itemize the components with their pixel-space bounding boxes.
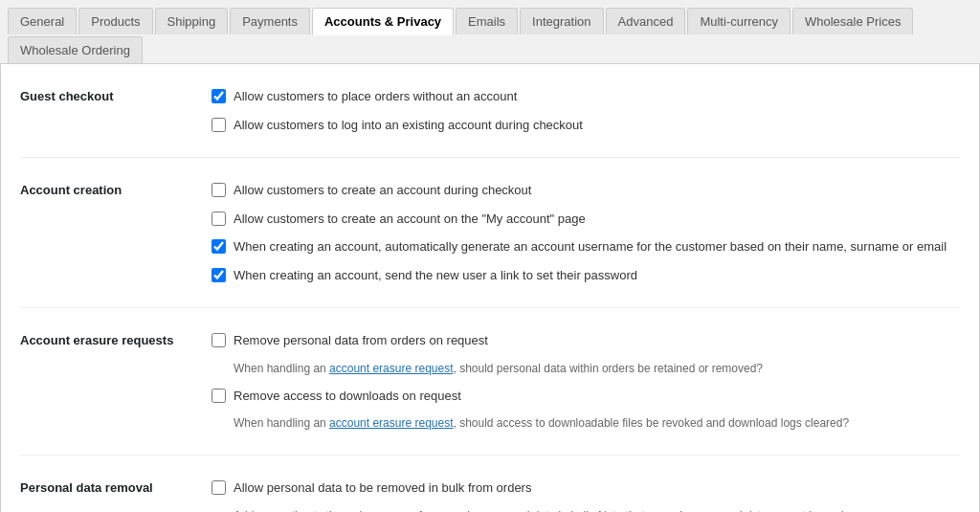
checkbox-create-account-my-account[interactable]	[212, 211, 226, 226]
section-label-guest-checkout: Guest checkout	[20, 87, 212, 134]
erasure-request-link-remove-personal-data-orders[interactable]: account erasure request	[329, 362, 453, 375]
checkbox-label-create-account-my-account: Allow customers to create an account on …	[234, 210, 586, 229]
checkbox-send-password-link[interactable]	[212, 268, 226, 282]
checkbox-label-allow-login-during-checkout: Allow customers to log into an existing …	[234, 116, 583, 135]
checkbox-row-remove-personal-data-orders: Remove personal data from orders on requ…	[212, 331, 960, 350]
checkbox-label-remove-personal-data-orders: Remove personal data from orders on requ…	[234, 331, 488, 350]
tab-payments[interactable]: Payments	[230, 8, 310, 34]
section-content-personal-data-removal: Allow personal data to be removed in bul…	[212, 479, 960, 512]
section-guest-checkout: Guest checkoutAllow customers to place o…	[20, 87, 960, 158]
settings-content: Guest checkoutAllow customers to place o…	[0, 64, 980, 512]
checkbox-row-allow-bulk-removal: Allow personal data to be removed in bul…	[212, 479, 960, 498]
checkbox-label-create-account-checkout: Allow customers to create an account dur…	[234, 181, 531, 200]
section-label-account-creation: Account creation	[20, 181, 212, 284]
section-content-account-creation: Allow customers to create an account dur…	[212, 181, 960, 284]
section-account-erasure: Account erasure requestsRemove personal …	[20, 331, 960, 456]
checkbox-allow-bulk-removal[interactable]	[212, 480, 226, 495]
tab-wholesale-ordering[interactable]: Wholesale Ordering	[8, 36, 143, 63]
checkbox-allow-orders-without-account[interactable]	[212, 89, 226, 103]
checkbox-label-auto-generate-username: When creating an account, automatically …	[234, 237, 947, 256]
helper-text-allow-bulk-removal: Adds an option to the orders screen for …	[234, 507, 960, 513]
section-content-account-erasure: Remove personal data from orders on requ…	[212, 331, 960, 432]
tabs-navigation: GeneralProductsShippingPaymentsAccounts …	[0, 0, 980, 64]
checkbox-label-send-password-link: When creating an account, send the new u…	[234, 266, 637, 285]
section-content-guest-checkout: Allow customers to place orders without …	[212, 87, 960, 134]
tab-advanced[interactable]: Advanced	[606, 8, 686, 34]
tab-products[interactable]: Products	[78, 8, 152, 34]
tab-wholesale-prices[interactable]: Wholesale Prices	[792, 8, 913, 34]
checkbox-row-send-password-link: When creating an account, send the new u…	[212, 266, 960, 285]
tab-shipping[interactable]: Shipping	[155, 8, 229, 34]
checkbox-auto-generate-username[interactable]	[212, 239, 226, 254]
section-account-creation: Account creationAllow customers to creat…	[20, 181, 960, 308]
checkbox-label-remove-access-downloads: Remove access to downloads on request	[234, 387, 461, 406]
checkbox-row-allow-orders-without-account: Allow customers to place orders without …	[212, 87, 960, 106]
checkbox-row-auto-generate-username: When creating an account, automatically …	[212, 237, 960, 256]
checkbox-row-remove-access-downloads: Remove access to downloads on request	[212, 387, 960, 406]
checkbox-label-allow-bulk-removal: Allow personal data to be removed in bul…	[234, 479, 531, 498]
checkbox-row-create-account-checkout: Allow customers to create an account dur…	[212, 181, 960, 200]
tab-emails[interactable]: Emails	[456, 8, 518, 34]
checkbox-remove-access-downloads[interactable]	[212, 389, 226, 403]
section-label-account-erasure: Account erasure requests	[20, 331, 212, 432]
helper-text-remove-access-downloads: When handling an account erasure request…	[234, 414, 960, 432]
checkbox-row-allow-login-during-checkout: Allow customers to log into an existing …	[212, 116, 960, 135]
checkbox-row-create-account-my-account: Allow customers to create an account on …	[212, 210, 960, 229]
section-personal-data-removal: Personal data removalAllow personal data…	[20, 479, 960, 512]
helper-text-remove-personal-data-orders: When handling an account erasure request…	[234, 360, 960, 377]
tab-multi-currency[interactable]: Multi-currency	[687, 8, 791, 34]
checkbox-remove-personal-data-orders[interactable]	[212, 333, 226, 347]
checkbox-label-allow-orders-without-account: Allow customers to place orders without …	[234, 87, 517, 106]
checkbox-allow-login-during-checkout[interactable]	[212, 118, 226, 132]
tab-accounts-privacy[interactable]: Accounts & Privacy	[312, 8, 454, 35]
section-label-personal-data-removal: Personal data removal	[20, 479, 212, 512]
erasure-request-link-remove-access-downloads[interactable]: account erasure request	[329, 416, 453, 430]
tab-general[interactable]: General	[8, 8, 77, 34]
tab-integration[interactable]: Integration	[520, 8, 603, 34]
checkbox-create-account-checkout[interactable]	[212, 183, 226, 197]
